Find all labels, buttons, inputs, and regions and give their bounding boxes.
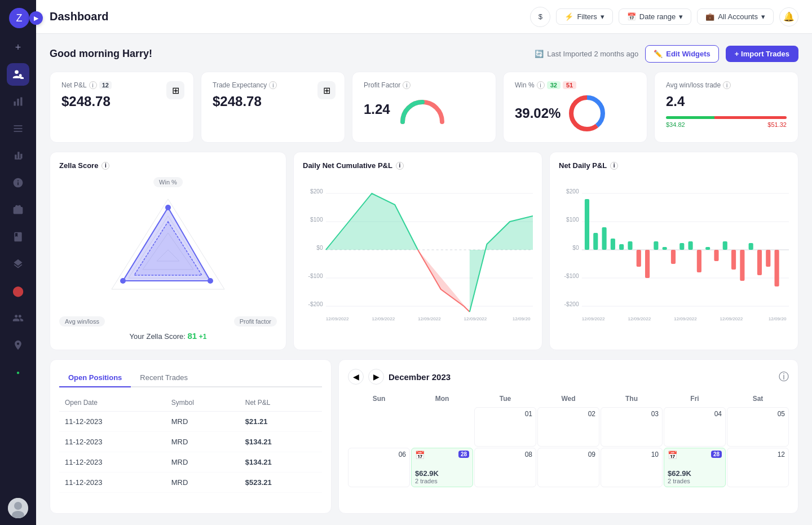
calendar-prev-button[interactable]: ◀ — [348, 369, 364, 385]
position-symbol-0: MRD — [166, 412, 240, 432]
svg-point-10 — [14, 502, 22, 510]
page-title: Dashboard — [50, 10, 521, 23]
cal-cell-02[interactable]: 02 — [537, 407, 599, 447]
cal-cell-05[interactable]: 05 — [727, 407, 789, 447]
svg-rect-3 — [14, 102, 16, 106]
net-pnl-action-icon[interactable]: ⊞ — [166, 81, 184, 99]
svg-rect-55 — [637, 250, 641, 267]
filters-label: Filters — [577, 12, 597, 21]
topbar: Dashboard $ ⚡ Filters ▾ 📅 Date range ▾ 💼… — [36, 0, 812, 34]
cal-cell-03[interactable]: 03 — [601, 407, 663, 447]
profit-factor-gauge — [397, 94, 448, 125]
svg-rect-58 — [663, 247, 667, 250]
circle-dot-icon[interactable]: ⬤ — [7, 280, 29, 302]
cal-cell-10[interactable]: 10 — [601, 448, 663, 487]
svg-text:-$100: -$100 — [564, 273, 579, 279]
analytics-icon[interactable] — [7, 144, 29, 167]
avg-win-loss-label: Avg win/loss trade i — [666, 81, 787, 89]
position-pnl-1: $134.21 — [240, 432, 322, 452]
svg-rect-67 — [740, 250, 744, 281]
cal-cell-11[interactable]: 📅 28 $62.9K 2 trades — [664, 448, 726, 487]
user-avatar[interactable] — [8, 498, 28, 518]
daily-pnl-info-icon: i — [396, 162, 404, 170]
svg-rect-7 — [14, 128, 23, 129]
svg-rect-51 — [602, 227, 607, 250]
accounts-chevron: ▾ — [761, 12, 765, 21]
date-range-button[interactable]: 📅 Date range ▾ — [619, 8, 691, 25]
add-icon[interactable]: + — [7, 36, 29, 59]
cal-cell-06[interactable]: 06 — [348, 448, 410, 487]
radar-left-label: Avg win/loss — [59, 316, 105, 327]
accounts-selector[interactable]: 💼 All Accounts ▾ — [697, 8, 774, 25]
col-open-date: Open Date — [59, 394, 166, 412]
book-icon[interactable] — [7, 226, 29, 248]
position-symbol-3: MRD — [166, 473, 240, 493]
calendar-header: ◀ ▶ December 2023 ⓘ — [348, 369, 789, 385]
position-pnl-2: $134.21 — [240, 452, 322, 473]
main-area: Dashboard $ ⚡ Filters ▾ 📅 Date range ▾ 💼… — [36, 0, 812, 525]
cal-cell-01[interactable]: 01 — [474, 407, 536, 447]
sidebar-toggle-button[interactable]: ▶ — [29, 11, 43, 25]
cal-cell-12[interactable]: 12 — [727, 448, 789, 487]
radar-chart-wrap: Win % — [59, 177, 277, 312]
daily-cumulative-pnl-title: Daily Net Cumulative P&L i — [303, 161, 533, 170]
svg-text:$200: $200 — [566, 188, 579, 195]
trade-expectancy-info-icon: i — [269, 81, 277, 89]
shop-icon[interactable] — [7, 334, 29, 356]
net-pnl-badge: 12 — [99, 81, 112, 89]
content-area: Good morning Harry! 🔄 Last Imported 2 mo… — [36, 34, 812, 525]
layers-icon[interactable] — [7, 253, 29, 275]
avg-win-loss-bar-wrap: $34.82 $51.32 — [666, 114, 787, 128]
positions-card: Open Positions Recent Trades Open Date S… — [50, 359, 332, 514]
green-status-icon[interactable]: ● — [7, 361, 29, 383]
table-row[interactable]: 11-12-2023 MRD $134.21 — [59, 432, 322, 452]
svg-rect-60 — [679, 243, 684, 250]
net-pnl-label: Net P&L i 12 — [61, 81, 182, 89]
cal-cell-08[interactable]: 08 — [474, 448, 536, 487]
edit-widgets-button[interactable]: ✏️ Edit Widgets — [645, 45, 719, 63]
tab-recent-trades[interactable]: Recent Trades — [131, 369, 197, 387]
svg-rect-53 — [619, 244, 624, 250]
net-daily-pnl-card: Net Daily P&L i $200 $100 $0 -$100 -$200 — [549, 152, 798, 350]
table-row[interactable]: 11-12-2023 MRD $21.21 — [59, 412, 322, 432]
chart-bar-icon[interactable] — [7, 90, 29, 113]
filters-button[interactable]: ⚡ Filters ▾ — [556, 8, 612, 25]
table-row[interactable]: 11-12-2023 MRD $523.21 — [59, 473, 322, 493]
svg-text:12/09/2022: 12/09/2022 — [464, 316, 487, 321]
profit-factor-value: 1.24 — [364, 102, 390, 117]
list-icon[interactable] — [7, 117, 29, 140]
calendar-next-button[interactable]: ▶ — [368, 369, 384, 385]
table-row[interactable]: 11-12-2023 MRD $134.21 — [59, 452, 322, 473]
users-icon[interactable] — [7, 63, 29, 86]
cal-cell-04[interactable]: 04 — [664, 407, 726, 447]
trade-expectancy-label: Trade Expectancy i — [213, 81, 333, 89]
svg-rect-4 — [17, 99, 19, 106]
zella-info-icon: i — [102, 162, 109, 170]
avg-bar-labels: $34.82 $51.32 — [666, 121, 787, 128]
cal-cell-09[interactable]: 09 — [537, 448, 599, 487]
position-symbol-2: MRD — [166, 452, 240, 473]
win-count-badge: 32 — [547, 81, 561, 89]
daily-cumulative-pnl-card: Daily Net Cumulative P&L i $200 $100 $0 … — [293, 152, 542, 350]
position-pnl-3: $523.21 — [240, 473, 322, 493]
svg-text:Z: Z — [16, 12, 23, 24]
notification-button[interactable]: 🔔 — [779, 7, 798, 27]
trade-expectancy-action-icon[interactable]: ⊞ — [317, 81, 336, 99]
topbar-actions: $ ⚡ Filters ▾ 📅 Date range ▾ 💼 All Accou… — [530, 7, 798, 27]
dollar-filter-button[interactable]: $ — [530, 7, 550, 27]
net-daily-pnl-chart: $200 $100 $0 -$100 -$200 — [559, 177, 789, 323]
import-trades-button[interactable]: + Import Trades — [726, 46, 798, 62]
info-icon[interactable] — [7, 171, 29, 194]
tab-open-positions[interactable]: Open Positions — [59, 369, 131, 387]
svg-rect-54 — [628, 241, 632, 250]
calendar-title: December 2023 — [389, 372, 774, 382]
svg-rect-63 — [705, 247, 710, 250]
cal-trade-icon-07: 📅 — [415, 451, 425, 460]
cal-cell-empty-2 — [411, 407, 473, 447]
calendar-info-icon[interactable]: ⓘ — [779, 370, 789, 383]
person-icon[interactable] — [7, 307, 29, 329]
app-logo[interactable]: Z — [8, 7, 28, 27]
gift-icon[interactable] — [7, 198, 29, 221]
cal-cell-07[interactable]: 📅 28 $62.9K 2 trades — [411, 448, 473, 487]
win-percent-info-icon: i — [537, 81, 545, 89]
